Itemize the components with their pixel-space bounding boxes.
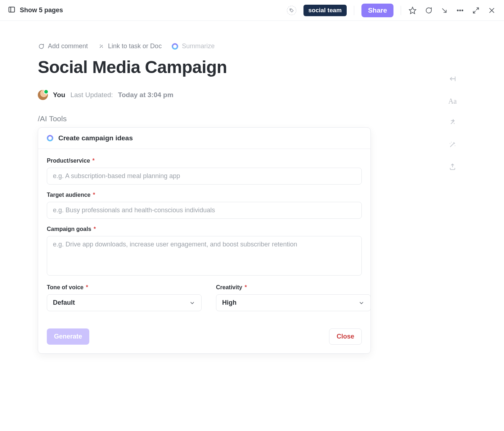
expand-icon[interactable] (472, 6, 480, 15)
star-icon[interactable] (408, 6, 417, 15)
slash-command-text[interactable]: /AI Tools (38, 114, 441, 123)
ai-panel-footer: Generate Close (38, 327, 370, 353)
svg-marker-3 (409, 7, 416, 13)
typography-icon[interactable]: Aa (448, 97, 456, 105)
divider (401, 6, 401, 15)
required-marker: * (94, 226, 96, 232)
audience-input[interactable] (47, 202, 362, 219)
goals-label: Campaign goals * (47, 226, 362, 232)
required-marker: * (244, 284, 247, 290)
audience-field: Target audience * (47, 192, 362, 219)
team-chip[interactable]: social team (303, 5, 347, 16)
chevron-down-icon (189, 300, 195, 306)
goals-field: Campaign goals * (47, 226, 362, 277)
creativity-select[interactable]: High (216, 294, 371, 311)
updated-label: Last Updated: (70, 91, 113, 99)
summarize-action[interactable]: Summarize (172, 42, 215, 50)
chevron-down-icon (358, 300, 365, 306)
topbar-right: social team Share (287, 4, 496, 17)
required-marker: * (93, 192, 95, 198)
add-comment-label: Add comment (48, 42, 88, 50)
ai-panel: Create campaign ideas Product/service * … (38, 127, 371, 354)
ai-rail-icon[interactable] (449, 118, 456, 128)
creativity-field: Creativity * High (216, 284, 371, 311)
svg-rect-0 (9, 7, 15, 12)
ai-panel-title: Create campaign ideas (58, 134, 133, 142)
avatar[interactable] (38, 90, 48, 100)
byline: You Last Updated: Today at 3:04 pm (38, 90, 441, 100)
ai-icon (47, 135, 53, 141)
author-name: You (53, 91, 65, 99)
download-icon[interactable] (440, 6, 449, 15)
topbar: Show 5 pages social team Share (0, 0, 504, 21)
add-comment-action[interactable]: Add comment (38, 42, 88, 50)
svg-point-5 (459, 10, 460, 11)
right-rail: Aa (441, 21, 464, 354)
product-field: Product/service * (47, 158, 362, 185)
ai-panel-header: Create campaign ideas (38, 128, 370, 149)
ai-icon (172, 43, 178, 50)
goals-textarea[interactable] (47, 236, 362, 276)
audience-label: Target audience * (47, 192, 362, 198)
required-marker: * (86, 284, 88, 290)
link-task-action[interactable]: Link to task or Doc (98, 42, 162, 50)
add-tag-button[interactable] (287, 6, 296, 15)
summarize-label: Summarize (182, 42, 215, 50)
outdent-icon[interactable] (449, 75, 456, 84)
content: Add comment Link to task or Doc Summariz… (38, 21, 441, 354)
ai-panel-body: Product/service * Target audience * Camp… (38, 149, 370, 327)
export-icon[interactable] (449, 163, 456, 172)
product-label: Product/service * (47, 158, 362, 164)
creativity-label: Creativity * (216, 284, 371, 291)
required-marker: * (93, 158, 95, 164)
doc-actions-row: Add comment Link to task or Doc Summariz… (38, 42, 441, 50)
updated-timestamp: Today at 3:04 pm (118, 91, 174, 99)
svg-point-4 (457, 10, 458, 11)
magic-wand-icon[interactable] (449, 141, 456, 150)
more-icon[interactable] (456, 6, 464, 15)
creativity-value: High (222, 299, 237, 307)
generate-button[interactable]: Generate (47, 328, 89, 345)
main: Add comment Link to task or Doc Summariz… (0, 21, 504, 354)
tone-field: Tone of voice * Default (47, 284, 202, 311)
tone-label: Tone of voice * (47, 284, 202, 291)
share-button[interactable]: Share (361, 4, 393, 17)
topbar-left: Show 5 pages (8, 6, 63, 15)
svg-point-6 (462, 10, 463, 11)
close-icon[interactable] (487, 6, 496, 15)
sidebar-toggle-icon[interactable] (8, 6, 15, 15)
tone-value: Default (53, 299, 75, 307)
show-pages-button[interactable]: Show 5 pages (20, 6, 63, 14)
svg-point-2 (291, 9, 291, 9)
divider (354, 6, 354, 15)
page-title: Social Media Campaign (38, 57, 441, 77)
selects-row: Tone of voice * Default Creativity * (47, 284, 362, 318)
product-input[interactable] (47, 168, 362, 185)
close-button[interactable]: Close (329, 328, 362, 345)
link-task-label: Link to task or Doc (108, 42, 162, 50)
comment-icon[interactable] (424, 6, 433, 15)
tone-select[interactable]: Default (47, 294, 202, 311)
